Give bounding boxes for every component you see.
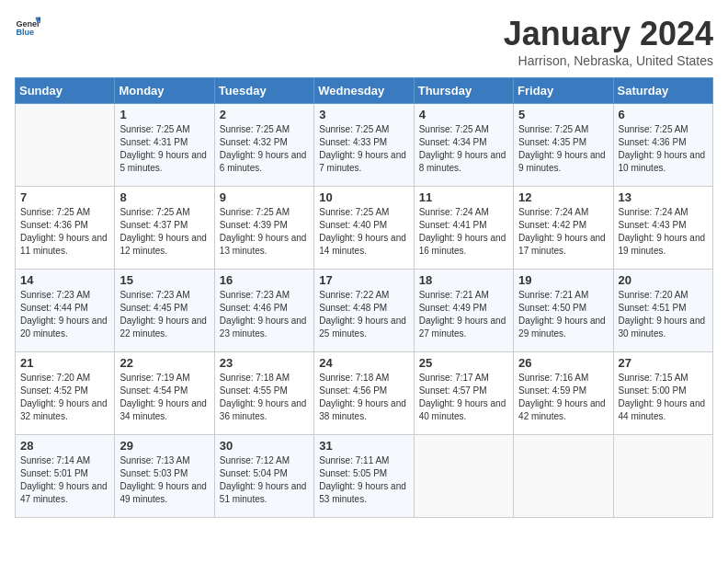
location-title: Harrison, Nebraska, United States [504, 53, 713, 68]
month-title: January 2024 [504, 15, 713, 53]
day-number: 23 [220, 356, 309, 370]
day-info: Sunrise: 7:21 AMSunset: 4:49 PMDaylight:… [419, 289, 508, 340]
calendar-cell: 8Sunrise: 7:25 AMSunset: 4:37 PMDaylight… [115, 187, 214, 270]
day-info: Sunrise: 7:24 AMSunset: 4:42 PMDaylight:… [518, 206, 608, 258]
day-number: 28 [20, 439, 109, 453]
calendar-cell: 24Sunrise: 7:18 AMSunset: 4:56 PMDayligh… [314, 352, 414, 435]
day-info: Sunrise: 7:19 AMSunset: 4:54 PMDaylight:… [119, 372, 209, 423]
weekday-header-tuesday: Tuesday [214, 78, 313, 104]
weekday-header-saturday: Saturday [613, 78, 712, 104]
calendar-cell: 2Sunrise: 7:25 AMSunset: 4:32 PMDaylight… [214, 104, 313, 187]
day-number: 17 [319, 273, 408, 287]
day-number: 20 [619, 273, 708, 287]
day-info: Sunrise: 7:25 AMSunset: 4:39 PMDaylight:… [220, 206, 309, 258]
day-number: 16 [220, 273, 309, 287]
day-number: 22 [119, 356, 209, 370]
day-info: Sunrise: 7:25 AMSunset: 4:40 PMDaylight:… [319, 206, 408, 258]
calendar-cell: 30Sunrise: 7:12 AMSunset: 5:04 PMDayligh… [214, 435, 313, 518]
day-number: 12 [518, 190, 608, 204]
calendar-cell: 10Sunrise: 7:25 AMSunset: 4:40 PMDayligh… [314, 187, 414, 270]
calendar-cell: 18Sunrise: 7:21 AMSunset: 4:49 PMDayligh… [414, 270, 513, 352]
calendar-cell [414, 435, 513, 518]
day-info: Sunrise: 7:20 AMSunset: 4:52 PMDaylight:… [20, 372, 109, 423]
calendar-cell: 3Sunrise: 7:25 AMSunset: 4:33 PMDaylight… [314, 104, 414, 187]
calendar-cell: 17Sunrise: 7:22 AMSunset: 4:48 PMDayligh… [314, 270, 414, 352]
day-number: 24 [319, 356, 408, 370]
calendar-cell: 13Sunrise: 7:24 AMSunset: 4:43 PMDayligh… [613, 187, 712, 270]
calendar-cell: 29Sunrise: 7:13 AMSunset: 5:03 PMDayligh… [115, 435, 214, 518]
calendar-cell: 20Sunrise: 7:20 AMSunset: 4:51 PMDayligh… [613, 270, 712, 352]
calendar-cell: 15Sunrise: 7:23 AMSunset: 4:45 PMDayligh… [115, 270, 214, 352]
calendar-table: SundayMondayTuesdayWednesdayThursdayFrid… [15, 77, 713, 518]
day-number: 5 [518, 108, 608, 121]
calendar-week-row: 1Sunrise: 7:25 AMSunset: 4:31 PMDaylight… [16, 104, 713, 187]
day-number: 19 [518, 273, 608, 287]
calendar-cell [16, 104, 115, 187]
calendar-cell: 1Sunrise: 7:25 AMSunset: 4:31 PMDaylight… [115, 104, 214, 187]
day-info: Sunrise: 7:23 AMSunset: 4:44 PMDaylight:… [20, 289, 109, 340]
day-number: 25 [419, 356, 508, 370]
day-number: 9 [220, 190, 309, 204]
header-area: General Blue January 2024 Harrison, Nebr… [15, 15, 713, 68]
day-number: 27 [619, 356, 708, 370]
day-info: Sunrise: 7:16 AMSunset: 4:59 PMDaylight:… [518, 372, 608, 423]
day-number: 30 [220, 439, 309, 453]
calendar-cell: 21Sunrise: 7:20 AMSunset: 4:52 PMDayligh… [16, 352, 115, 435]
calendar-cell: 6Sunrise: 7:25 AMSunset: 4:36 PMDaylight… [613, 104, 712, 187]
calendar-cell: 9Sunrise: 7:25 AMSunset: 4:39 PMDaylight… [214, 187, 313, 270]
calendar-cell: 27Sunrise: 7:15 AMSunset: 5:00 PMDayligh… [613, 352, 712, 435]
day-number: 10 [319, 190, 408, 204]
day-number: 29 [119, 439, 209, 453]
day-info: Sunrise: 7:18 AMSunset: 4:55 PMDaylight:… [220, 372, 309, 423]
day-info: Sunrise: 7:25 AMSunset: 4:31 PMDaylight:… [119, 123, 209, 175]
calendar-week-row: 7Sunrise: 7:25 AMSunset: 4:36 PMDaylight… [16, 187, 713, 270]
day-info: Sunrise: 7:25 AMSunset: 4:37 PMDaylight:… [119, 206, 209, 258]
calendar-cell: 25Sunrise: 7:17 AMSunset: 4:57 PMDayligh… [414, 352, 513, 435]
calendar-cell: 5Sunrise: 7:25 AMSunset: 4:35 PMDaylight… [514, 104, 613, 187]
day-info: Sunrise: 7:25 AMSunset: 4:35 PMDaylight:… [518, 123, 608, 175]
calendar-week-row: 21Sunrise: 7:20 AMSunset: 4:52 PMDayligh… [16, 352, 713, 435]
day-info: Sunrise: 7:23 AMSunset: 4:45 PMDaylight:… [119, 289, 209, 340]
day-number: 18 [419, 273, 508, 287]
calendar-week-row: 28Sunrise: 7:14 AMSunset: 5:01 PMDayligh… [16, 435, 713, 518]
calendar-cell: 12Sunrise: 7:24 AMSunset: 4:42 PMDayligh… [514, 187, 613, 270]
weekday-header-thursday: Thursday [414, 78, 513, 104]
weekday-header-monday: Monday [115, 78, 214, 104]
day-number: 21 [20, 356, 109, 370]
calendar-cell: 16Sunrise: 7:23 AMSunset: 4:46 PMDayligh… [214, 270, 313, 352]
day-number: 31 [319, 439, 408, 453]
day-info: Sunrise: 7:11 AMSunset: 5:05 PMDaylight:… [319, 454, 408, 506]
calendar-cell: 11Sunrise: 7:24 AMSunset: 4:41 PMDayligh… [414, 187, 513, 270]
day-info: Sunrise: 7:21 AMSunset: 4:50 PMDaylight:… [518, 289, 608, 340]
calendar-cell [514, 435, 613, 518]
day-info: Sunrise: 7:17 AMSunset: 4:57 PMDaylight:… [419, 372, 508, 423]
calendar-cell: 26Sunrise: 7:16 AMSunset: 4:59 PMDayligh… [514, 352, 613, 435]
calendar-cell: 7Sunrise: 7:25 AMSunset: 4:36 PMDaylight… [16, 187, 115, 270]
day-info: Sunrise: 7:25 AMSunset: 4:34 PMDaylight:… [419, 123, 508, 175]
calendar-cell [613, 435, 712, 518]
day-info: Sunrise: 7:23 AMSunset: 4:46 PMDaylight:… [220, 289, 309, 340]
calendar-cell: 4Sunrise: 7:25 AMSunset: 4:34 PMDaylight… [414, 104, 513, 187]
day-info: Sunrise: 7:18 AMSunset: 4:56 PMDaylight:… [319, 372, 408, 423]
day-number: 4 [419, 108, 508, 121]
calendar-cell: 31Sunrise: 7:11 AMSunset: 5:05 PMDayligh… [314, 435, 414, 518]
logo: General Blue [15, 15, 40, 40]
calendar-cell: 19Sunrise: 7:21 AMSunset: 4:50 PMDayligh… [514, 270, 613, 352]
svg-text:Blue: Blue [16, 28, 34, 37]
day-number: 6 [619, 108, 708, 121]
day-info: Sunrise: 7:13 AMSunset: 5:03 PMDaylight:… [119, 454, 209, 506]
day-info: Sunrise: 7:25 AMSunset: 4:36 PMDaylight:… [619, 123, 708, 175]
day-info: Sunrise: 7:24 AMSunset: 4:43 PMDaylight:… [619, 206, 708, 258]
day-number: 7 [20, 190, 109, 204]
day-info: Sunrise: 7:25 AMSunset: 4:36 PMDaylight:… [20, 206, 109, 258]
day-info: Sunrise: 7:12 AMSunset: 5:04 PMDaylight:… [220, 454, 309, 506]
day-info: Sunrise: 7:14 AMSunset: 5:01 PMDaylight:… [20, 454, 109, 506]
day-info: Sunrise: 7:22 AMSunset: 4:48 PMDaylight:… [319, 289, 408, 340]
day-info: Sunrise: 7:25 AMSunset: 4:33 PMDaylight:… [319, 123, 408, 175]
day-number: 13 [619, 190, 708, 204]
weekday-header-row: SundayMondayTuesdayWednesdayThursdayFrid… [16, 78, 713, 104]
day-number: 3 [319, 108, 408, 121]
day-info: Sunrise: 7:25 AMSunset: 4:32 PMDaylight:… [220, 123, 309, 175]
weekday-header-friday: Friday [514, 78, 613, 104]
weekday-header-wednesday: Wednesday [314, 78, 414, 104]
